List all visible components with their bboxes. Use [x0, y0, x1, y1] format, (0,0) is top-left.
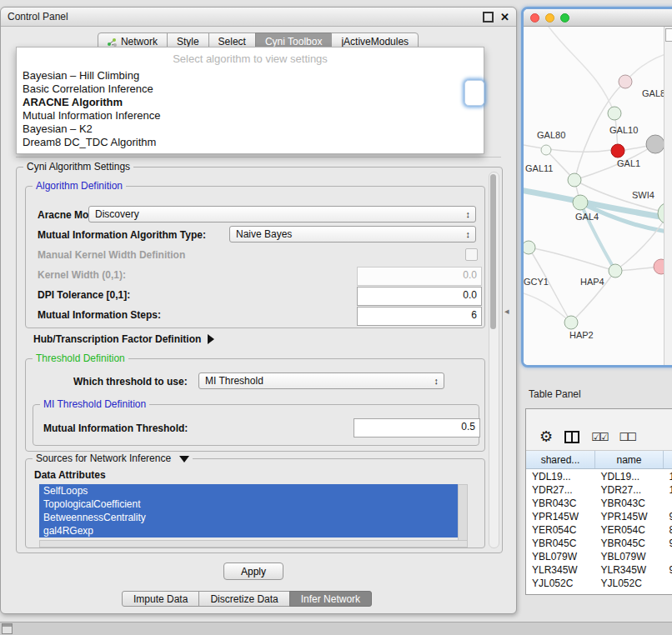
zoom-traffic-light-icon[interactable] — [560, 13, 569, 22]
table-cell[interactable]: YDR27... — [526, 482, 595, 496]
table-cell[interactable]: YBR043C — [526, 496, 595, 509]
table-cell[interactable]: YER054C — [595, 522, 664, 536]
network-graph[interactable]: GAL8GAL80GAL10GAL11GAL1SWI4GAL4GCY1HAP4H… — [524, 27, 664, 366]
columns-icon[interactable] — [564, 431, 579, 443]
table-cell[interactable]: YDL19... — [595, 469, 664, 483]
network-node[interactable] — [564, 316, 578, 329]
tab-impute-data[interactable]: Impute Data — [122, 591, 199, 607]
table-cell[interactable]: 8. — [664, 522, 672, 536]
table-cell[interactable]: YJL052C — [526, 576, 595, 589]
manual-kernel-checkbox[interactable] — [465, 248, 478, 261]
float-window-icon[interactable] — [483, 12, 494, 22]
network-node[interactable] — [609, 264, 622, 278]
sources-title[interactable]: Sources for Network Inference — [33, 452, 193, 464]
algorithm-option[interactable]: Dream8 DC_TDC Algorithm — [17, 136, 484, 149]
table-cell[interactable]: 9. — [664, 562, 672, 576]
data-attribute-item[interactable]: SelfLoops — [39, 484, 458, 498]
data-attribute-item[interactable]: TopologicalCoefficient — [39, 498, 458, 511]
table-row[interactable]: YDL19...YDL19...13 — [526, 469, 672, 483]
tab-infer-network[interactable]: Infer Network — [289, 591, 372, 607]
algorithm-option[interactable]: Bayesian – K2 — [17, 122, 484, 136]
table-cell[interactable]: YBL079W — [595, 549, 664, 562]
network-scrollbar-thumb[interactable] — [665, 28, 672, 42]
gear-icon[interactable]: ⚙ — [539, 430, 553, 443]
table-row[interactable]: YBR045CYBR045C9. — [526, 536, 672, 549]
minimize-traffic-light-icon[interactable] — [545, 13, 554, 22]
network-node[interactable] — [608, 107, 621, 120]
table-row[interactable]: YER054CYER054C8. — [526, 522, 672, 536]
data-attribute-item[interactable]: gal4RGexp — [39, 524, 458, 538]
aracne-mode-select[interactable]: Discovery ↕ — [88, 206, 476, 222]
mi-threshold-field[interactable]: 0.5 — [354, 418, 480, 438]
algorithm-option[interactable]: Bayesian – Hill Climbing — [17, 69, 484, 82]
network-node[interactable] — [573, 195, 588, 210]
network-node[interactable] — [568, 173, 581, 187]
network-node[interactable] — [658, 202, 664, 224]
table-cell[interactable]: YPR145W — [526, 509, 595, 522]
algorithm-combo-fragment[interactable] — [464, 80, 484, 106]
table-cell[interactable]: 12 — [664, 482, 672, 496]
hub-definition-toggle[interactable]: Hub/Transcription Factor Definition — [33, 333, 214, 345]
table-cell[interactable]: 13 — [664, 469, 672, 483]
network-node[interactable] — [541, 145, 551, 155]
table-cell[interactable]: 9. — [664, 509, 672, 522]
table-cell[interactable]: YBL079W — [526, 549, 595, 562]
network-node[interactable] — [619, 75, 632, 88]
table-cell[interactable] — [664, 496, 672, 509]
network-scrollbar[interactable] — [664, 27, 672, 366]
network-node[interactable] — [611, 144, 624, 158]
network-node[interactable] — [646, 135, 664, 153]
table-cell[interactable]: YLR345W — [526, 562, 595, 576]
algorithm-option[interactable]: Basic Correlation Inference — [17, 82, 484, 96]
network-edge[interactable] — [524, 143, 611, 152]
attributes-vertical-scrollbar[interactable] — [458, 484, 468, 541]
which-threshold-select[interactable]: MI Threshold ↕ — [198, 372, 444, 389]
table-cell[interactable]: YDL19... — [526, 469, 595, 483]
column-header-shared-name[interactable]: shared... — [526, 451, 595, 469]
table-row[interactable]: YPR145WYPR145W9. — [526, 509, 672, 522]
table-row[interactable]: YJL052CYJL052C — [526, 576, 672, 589]
network-window-titlebar[interactable] — [524, 9, 672, 27]
table-cell[interactable] — [664, 576, 672, 589]
close-icon[interactable]: ✕ — [500, 11, 509, 23]
table-cell[interactable]: YDR27... — [595, 482, 664, 496]
network-node[interactable] — [524, 241, 535, 254]
table-cell[interactable]: YPR145W — [595, 509, 664, 522]
splitter-collapse-icon[interactable]: ◂ — [504, 306, 509, 317]
deselect-columns-icon[interactable]: ☐☐ — [619, 431, 634, 443]
close-traffic-light-icon[interactable] — [530, 13, 539, 22]
mi-algorithm-type-select[interactable]: Naive Bayes ↕ — [229, 226, 476, 242]
network-node[interactable] — [654, 259, 664, 274]
kernel-width-field[interactable]: 0.0 — [357, 267, 482, 286]
network-edge[interactable] — [549, 27, 614, 113]
settings-scrollbar[interactable] — [489, 172, 499, 548]
table-cell[interactable]: YBR043C — [595, 496, 664, 509]
control-panel-titlebar[interactable]: Control Panel ✕ — [1, 8, 516, 27]
apply-button[interactable]: Apply — [223, 562, 283, 580]
table-row[interactable]: YDR27...YDR27...12 — [526, 482, 672, 496]
settings-scrollbar-thumb[interactable] — [490, 174, 496, 329]
table-cell[interactable]: YBR045C — [526, 536, 595, 549]
minimized-window-icon[interactable] — [2, 623, 13, 634]
mi-steps-field[interactable]: 6 — [357, 307, 482, 326]
table-cell[interactable]: YLR345W — [595, 562, 664, 576]
network-edge[interactable] — [625, 52, 664, 82]
tab-discretize-data[interactable]: Discretize Data — [198, 591, 289, 607]
column-header-third[interactable] — [664, 451, 672, 469]
select-all-columns-icon[interactable]: ☑☑ — [591, 431, 607, 443]
table-cell[interactable]: YBR045C — [595, 536, 664, 549]
network-edge[interactable] — [524, 293, 571, 322]
table-row[interactable]: YBL079WYBL079W — [526, 549, 672, 562]
table-cell[interactable]: 9. — [664, 536, 672, 549]
column-header-name[interactable]: name — [595, 451, 664, 469]
data-attribute-item[interactable]: BetweennessCentrality — [39, 511, 458, 524]
attributes-horizontal-scrollbar[interactable] — [39, 540, 468, 548]
algorithm-option[interactable]: Mutual Information Inference — [17, 109, 484, 122]
algorithm-option[interactable]: ARACNE Algorithm — [17, 96, 484, 109]
table-cell[interactable]: YJL052C — [595, 576, 664, 589]
table-row[interactable]: YBR043CYBR043C — [526, 496, 672, 509]
table-cell[interactable]: YER054C — [526, 522, 595, 536]
table-row[interactable]: YLR345WYLR345W9. — [526, 562, 672, 576]
table-cell[interactable] — [664, 549, 672, 562]
dpi-tolerance-field[interactable]: 0.0 — [357, 287, 482, 306]
